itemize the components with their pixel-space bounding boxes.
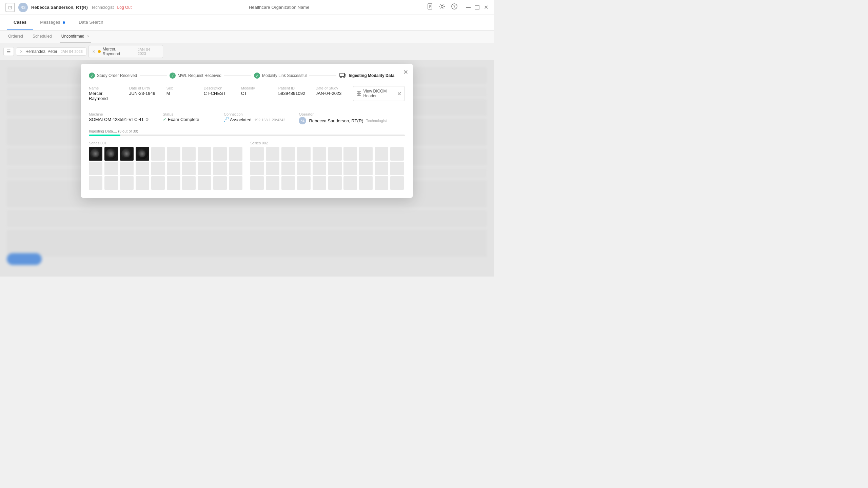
sex-label: Sex [166,86,194,90]
subtab-ordered[interactable]: Ordered [7,30,24,43]
step-connector-2 [224,76,251,76]
list-view-icon[interactable]: ☰ [3,47,14,56]
s2-thumb-21 [250,176,264,190]
connection-label: Connection [224,112,285,116]
tab-data-search[interactable]: Data Search [72,15,110,30]
modal-close-button[interactable]: ✕ [403,68,408,76]
thumb-1[interactable] [89,147,102,161]
description-label: Description [204,86,231,90]
s2-thumb-8 [359,147,373,161]
warning-indicator [98,50,101,53]
thumb-4[interactable] [136,147,149,161]
progress-fill [89,135,120,136]
s2-thumb-2 [266,147,279,161]
thumb-3[interactable] [120,147,134,161]
tab-messages[interactable]: Messages [33,15,72,30]
s2-thumb-16 [328,162,342,175]
operator-label: Operator [299,112,387,116]
svg-point-4 [441,5,443,7]
series-002-grid [250,147,405,190]
workflow-step-1: ✓ Study Order Received [89,73,137,79]
patient-id-label: Patient ID [278,86,305,90]
subtab-scheduled[interactable]: Scheduled [31,30,53,43]
s2-thumb-6 [328,147,342,161]
s2-thumb-7 [343,147,357,161]
series-001-group: Series 001 [89,141,243,190]
thumb-15 [151,162,165,175]
detail-row: Machine SOMATOM 428591-VTC-41 ⚙ Status ✓… [89,112,405,124]
thumb-7 [182,147,196,161]
s2-thumb-3 [281,147,295,161]
thumb-9 [213,147,227,161]
thumb-24 [136,176,149,190]
thumb-21 [89,176,102,190]
tab-cases[interactable]: Cases [7,15,33,30]
case-tab-close-1[interactable]: ✕ [20,49,23,54]
dob-group: Date of Birth JUN-23-1949 [129,86,156,101]
s2-thumb-9 [375,147,388,161]
case-tab-mercer[interactable]: ✕ Mercer, Raymond JAN-04-2023 [88,45,163,58]
user-name: Rebecca Sanderson, RT(R) [31,5,88,10]
svg-rect-13 [359,92,361,93]
progress-label: Ingesting Data.... (3 out of 30) [89,129,405,133]
maximize-button[interactable] [475,5,479,9]
thumb-20 [229,162,242,175]
thumb-26 [167,176,180,190]
operator-avatar: RS [299,117,306,124]
modality-value: CT [241,91,268,96]
series-section: Series 001 [89,141,405,190]
description-value: CT-CHEST [204,91,231,96]
connection-value: Associated 192.168.1.20:4242 [224,117,285,123]
s2-thumb-1 [250,147,264,161]
subtab-close[interactable]: ✕ [87,35,90,38]
thumb-27 [182,176,196,190]
logout-button[interactable]: Log Out [117,5,132,10]
case-tab-hernandez[interactable]: ✕ Hernandez, Peter JAN-04-2023 [16,47,86,56]
series-001-label: Series 001 [89,141,243,145]
sub-tabs: Ordered Scheduled Unconfirmed ✕ [0,30,494,43]
step3-icon: ✓ [254,73,260,79]
thumb-30 [229,176,242,190]
thumb-16 [167,162,180,175]
document-icon[interactable] [427,3,433,12]
modal-overlay: ✕ ✓ Study Order Received ✓ MWL Request R… [0,60,494,277]
view-dicom-button[interactable]: View DICOM Header [353,86,405,101]
machine-settings-icon[interactable]: ⚙ [145,117,149,122]
settings-icon[interactable] [439,3,446,12]
s2-thumb-10 [390,147,404,161]
help-icon[interactable]: ? [451,3,458,12]
close-window-button[interactable]: ✕ [484,5,488,10]
step3-label: Modality Link Successful [262,73,307,78]
dob-label: Date of Birth [129,86,156,90]
machine-group: Machine SOMATOM 428591-VTC-41 ⚙ [89,112,149,122]
thumb-28 [198,176,211,190]
s2-thumb-20 [390,162,404,175]
machine-label: Machine [89,112,149,116]
s2-thumb-26 [328,176,342,190]
subtab-unconfirmed[interactable]: Unconfirmed ✕ [60,30,91,43]
s2-thumb-30 [390,176,404,190]
connection-group: Connection Associated 192.168.1.20:4242 [224,112,285,123]
modality-group: Modality CT [241,86,268,101]
thumb-11 [89,162,102,175]
name-label: Name [89,86,119,90]
s2-thumb-27 [343,176,357,190]
case-tab-close-2[interactable]: ✕ [92,49,95,54]
workflow-step-2: ✓ MWL Request Received [170,73,221,79]
ingestion-modal: ✕ ✓ Study Order Received ✓ MWL Request R… [81,64,413,198]
step1-icon: ✓ [89,73,95,79]
thumb-25 [151,176,165,190]
s2-thumb-14 [297,162,311,175]
status-value: ✓ Exam Complete [163,117,210,122]
thumb-10 [229,147,242,161]
status-group: Status ✓ Exam Complete [163,112,210,122]
series-002-group: Series 002 [250,141,405,190]
description-group: Description CT-CHEST [204,86,231,101]
minimize-button[interactable] [466,7,471,8]
step-connector-1 [140,76,167,76]
app-icon: ⊡ [5,3,15,12]
thumb-2[interactable] [104,147,118,161]
s2-thumb-5 [313,147,326,161]
machine-value: SOMATOM 428591-VTC-41 ⚙ [89,117,149,122]
operator-value: RS Rebecca Sanderson, RT(R) Technologist [299,117,387,124]
